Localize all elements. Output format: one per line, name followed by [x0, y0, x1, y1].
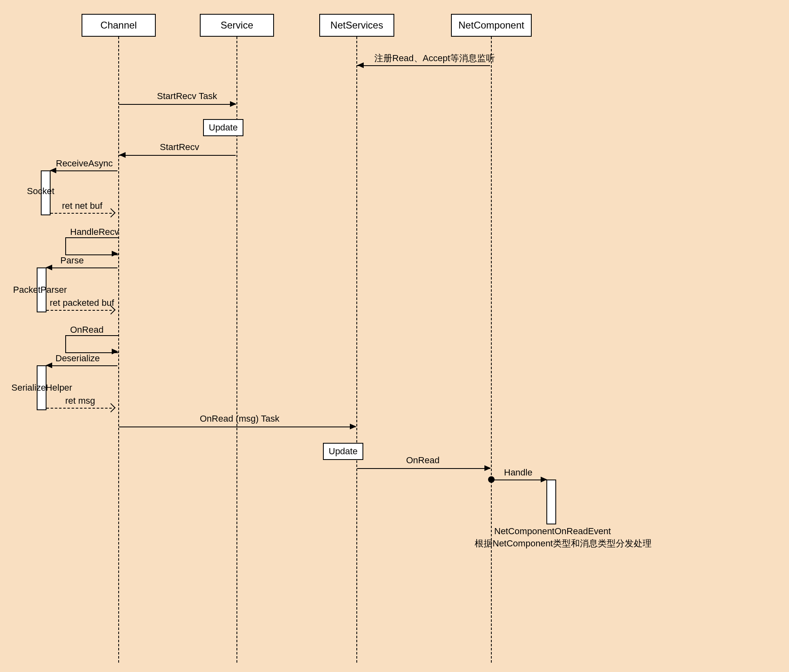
note-update2-label: Update: [329, 446, 358, 456]
label-onread: OnRead: [70, 325, 104, 335]
arrowhead-right-icon: [112, 251, 118, 256]
arrowhead-right-icon: [230, 101, 236, 107]
label-register: 注册Read、Accept等消息监听: [374, 52, 495, 64]
lifeline-line-channel: [118, 37, 119, 663]
label-startrecv: StartRecv: [160, 142, 199, 153]
label-retmsg: ret msg: [65, 396, 95, 406]
arrow-handle: [494, 480, 546, 480]
label-retpacketedbuf: ret packeted buf: [50, 298, 114, 308]
arrowhead-open-icon: [106, 403, 116, 413]
arrow-startrecvtask: [119, 104, 236, 105]
label-packetparser: PacketParser: [13, 285, 67, 295]
arrow-register: [357, 65, 490, 66]
label-deserialize: Deserialize: [55, 353, 100, 364]
label-handlerecv: HandleRecv: [70, 227, 119, 237]
label-serializehelper: SerializeHelper: [11, 382, 72, 393]
lifeline-channel: Channel: [82, 14, 156, 37]
label-retnetbuf: ret net buf: [62, 201, 102, 211]
arrowhead-left-icon: [46, 265, 52, 270]
arrow-retmsg: [46, 408, 112, 409]
lifeline-label: NetServices: [330, 20, 383, 31]
lifeline-line-netcomponent: [491, 37, 492, 663]
label-onread2: OnRead: [406, 455, 440, 466]
arrowhead-right-icon: [112, 349, 118, 354]
arrowhead-left-icon: [46, 363, 52, 368]
self-call-onread: [65, 335, 118, 353]
arrowhead-right-icon: [484, 465, 491, 471]
lifeline-netservices: NetServices: [319, 14, 394, 37]
self-call-handlerecv: [65, 237, 118, 255]
label-startrecvtask: StartRecv Task: [157, 91, 217, 102]
label-receiveasync: ReceiveAsync: [56, 158, 113, 169]
lifeline-line-netservices: [356, 37, 357, 663]
lifeline-service: Service: [200, 14, 274, 37]
label-dispatch: 根据NetComponent类型和消息类型分发处理: [475, 537, 652, 550]
note-update1-label: Update: [209, 122, 238, 133]
arrowhead-right-icon: [350, 424, 356, 429]
activation-event: [546, 480, 556, 524]
arrow-startrecv: [119, 155, 236, 156]
label-handle: Handle: [504, 467, 533, 478]
arrow-deserialize: [46, 365, 117, 366]
arrowhead-left-icon: [50, 168, 56, 173]
arrow-receiveasync: [50, 170, 117, 171]
arrowhead-left-icon: [119, 152, 126, 158]
arrow-retnetbuf: [51, 213, 112, 214]
lifeline-label: Channel: [100, 20, 137, 31]
lost-message-dot: [488, 476, 495, 483]
lifeline-netcomponent: NetComponent: [451, 14, 532, 37]
label-parse: Parse: [60, 255, 84, 266]
arrowhead-open-icon: [106, 208, 116, 218]
note-update2: Update: [323, 443, 363, 460]
label-socket: Socket: [27, 186, 54, 197]
arrow-parse: [46, 267, 117, 268]
arrow-onread2: [357, 468, 490, 469]
label-eventname: NetComponentOnReadEvent: [494, 526, 611, 537]
note-update1: Update: [203, 119, 243, 136]
lifeline-label: Service: [221, 20, 253, 31]
arrow-retpacketedbuf: [46, 310, 112, 311]
arrow-onreadmsgtask: [119, 427, 356, 427]
lifeline-label: NetComponent: [458, 20, 524, 31]
arrowhead-left-icon: [357, 62, 364, 68]
label-onreadmsgtask: OnRead (msg) Task: [200, 413, 279, 424]
